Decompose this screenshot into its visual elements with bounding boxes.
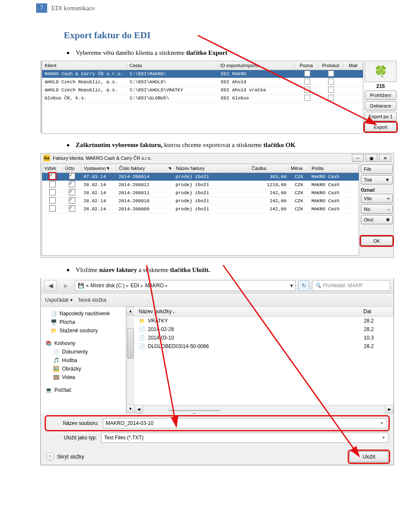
col-sort-icon[interactable]: ◥ [166,167,174,170]
checkbox[interactable] [304,79,310,85]
client-row[interactable]: MAKRO Cash & Carry ČR s.r.o.C:\EDI\MAKRO… [42,70,363,78]
col-pozna[interactable]: Pozna [295,63,318,68]
minimize-button[interactable]: ─ [352,154,364,162]
invoice-row[interactable]: 28.02.142014-200009prodej zboží242,00CZK… [42,205,359,213]
ok-button[interactable]: OK [361,236,393,246]
checkbox[interactable] [304,95,310,101]
ucto-checkbox[interactable] [69,197,75,204]
checkbox[interactable] [328,79,334,85]
tisk-button[interactable]: Tisk▼ [361,175,393,184]
file-row[interactable]: 📄DLGLOBEDI2014-50-008628.2 [134,342,394,351]
nav-documents[interactable]: 📄Dokumenty [41,348,126,356]
vyber-checkbox[interactable] [49,173,56,179]
export-po-1-button[interactable]: Export po 1 [365,112,397,121]
file-row[interactable]: 📄2014-02-2828.2 [134,325,394,334]
nav-downloads[interactable]: 📁Stažené soubory [41,326,126,335]
invoice-row[interactable]: 28.02.142014-200012prodej zboží1210,00CZ… [42,181,359,189]
filtr-button[interactable]: Filtr [361,164,393,174]
nav-desktop[interactable]: 🖥️Plocha [41,318,126,326]
col-mena[interactable]: Měna [289,166,309,171]
checkbox[interactable] [304,71,310,76]
chevron-right-icon: ▸ [126,283,129,289]
vyber-checkbox[interactable] [49,181,56,187]
col-vystaveno[interactable]: Vystaveno◥ [82,166,116,171]
maximize-button[interactable]: ▣ [366,154,377,162]
invoice-row[interactable]: 28.02.142014-200011prodej zboží242,00CZK… [42,189,359,197]
breadcrumb-makro[interactable]: MAKRO [145,283,164,289]
hide-folders-link[interactable]: Skrýt složky [57,454,84,460]
vyber-checkbox[interactable] [49,205,56,212]
file-row[interactable]: 📁VRATKY28.2 [134,317,394,325]
search-icon: 🔍 [315,283,321,289]
nav-music[interactable]: 🎵Hudba [41,356,126,365]
refresh-button[interactable]: ↻ [298,280,309,291]
client-row[interactable]: Globus ČR, k.s.C:\EDI\GLOBUS\EDI Globus [42,94,363,102]
col-castka[interactable]: Částka [249,166,289,171]
invoice-row[interactable]: 28.02.142014-200010prodej zboží242,00CZK… [42,197,359,205]
file-row[interactable]: 📄2014-03-1010.3 [134,334,394,342]
scrollbar-horizontal[interactable]: ◀ ▪▪▪ ▶ [134,405,394,413]
otoc-button[interactable]: Otoč✱ [361,215,393,224]
nav-computer[interactable]: 💻Počítač [41,386,126,394]
ucto-checkbox[interactable] [69,189,75,195]
checkbox[interactable] [328,95,334,101]
bullet-2: Zaškrtnutím vybereme fakturu, kterou chc… [64,141,408,149]
ucto-checkbox[interactable] [69,205,75,212]
scroll-down-icon[interactable]: ▼ [126,405,135,413]
invoice-row[interactable]: 07.03.142014-200014prodej zboží363,00CZK… [42,173,359,181]
col-nazev[interactable]: Název faktury [174,166,249,171]
col-vyber[interactable]: Výběr [42,166,63,171]
vyber-checkbox[interactable] [49,189,56,195]
save-button[interactable]: Uložit [349,451,388,462]
address-bar[interactable]: 💾 « Místní disk (C:) ▸ EDI ▸ MAKRO ▸ ▾ [75,280,296,291]
col-mail[interactable]: Mail [343,63,363,68]
scroll-up-icon[interactable]: ▲ [126,307,135,315]
export-button[interactable]: Export [365,122,397,132]
col-cesta[interactable]: Cesta [127,63,218,68]
scroll-right-icon[interactable]: ▶ [385,405,394,413]
deklarace-button[interactable]: Deklarace [365,101,397,110]
nic-button[interactable]: Nic– [361,204,393,214]
nav-forward-button[interactable]: ▶ [60,280,72,291]
checkbox[interactable] [304,87,310,93]
scroll-thumb[interactable] [127,328,134,359]
filename-input[interactable]: MAKRO_2014-03-10▼ [103,418,387,428]
vyber-checkbox[interactable] [49,197,56,204]
col-name[interactable]: Název položky ▴ [134,308,359,314]
breadcrumb-disk[interactable]: Místní disk (C:) [91,283,125,289]
breadcrumb-edi[interactable]: EDI [130,283,139,289]
col-posta[interactable]: Pošta [309,166,359,171]
expand-button[interactable]: ⌃ [46,453,54,461]
col-cislo[interactable]: Číslo faktury [117,166,166,171]
prohlizeni-button[interactable]: Prohlížení [365,91,397,100]
checkbox[interactable] [328,87,334,93]
col-ucto[interactable]: Účto [63,166,82,171]
col-protokol[interactable]: Protokol [318,63,344,68]
nav-recent[interactable]: 📑Naposledy navštívené [41,309,126,318]
nav-libraries[interactable]: 📚Knihovny [41,339,126,348]
client-row[interactable]: AHOLD Czech Republic, a.s.C:\EDI\AHOLD\E… [42,78,363,86]
ucto-checkbox[interactable] [69,181,75,187]
ucto-checkbox[interactable] [69,173,75,179]
section-title: Export faktur do EDI [64,30,408,41]
nav-videos[interactable]: 🎞️Videa [41,373,126,382]
col-date[interactable]: Dat [359,308,394,314]
nav-back-button[interactable]: ◀ [44,280,57,291]
close-button[interactable]: ✕ [379,154,391,162]
nav-pictures[interactable]: 🖼️Obrázky [41,365,126,373]
app-icon: fas [43,155,50,161]
dropdown-icon: ▼ [385,177,390,182]
col-klient[interactable]: Klient [42,63,127,68]
filetype-select[interactable]: Text Files (*.TXT)▼ [101,433,388,443]
col-id[interactable]: ID exportu/importu [218,63,295,68]
scroll-left-icon[interactable]: ◀ [134,405,143,413]
chevron-down-icon[interactable]: ▾ [290,283,293,289]
checkbox[interactable] [328,71,334,76]
usporadat-button[interactable]: Uspořádat ▾ [45,297,73,303]
nova-slozka-button[interactable]: Nová složka [79,297,106,303]
scrollbar-vertical[interactable]: ▲ ▼ [126,307,134,413]
search-input[interactable]: 🔍 Prohledat: MAKR [312,280,390,291]
scroll-thumb[interactable]: ▪▪▪ [168,410,220,411]
client-row[interactable]: AHOLD Czech Republic, a.s.C:\EDI\AHOLD\V… [42,86,363,94]
vse-button[interactable]: Vše+ [361,194,393,203]
